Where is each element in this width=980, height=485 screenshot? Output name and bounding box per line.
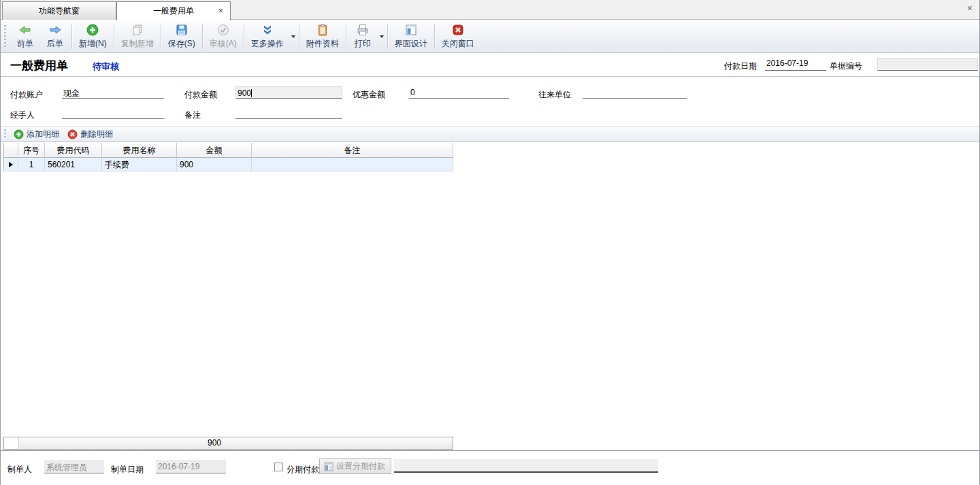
delete-circle-icon bbox=[67, 129, 78, 139]
copy-icon bbox=[131, 23, 144, 37]
detail-grid-area: 序号 费用代码 费用名称 金额 备注 1 560201 手续费 900 900 bbox=[1, 142, 979, 451]
page-title: 一般费用单 bbox=[10, 58, 68, 73]
remark-field[interactable] bbox=[235, 107, 342, 119]
grid-corner-cell bbox=[4, 143, 18, 158]
total-bar-corner bbox=[4, 437, 19, 449]
payment-account-label: 付款账户 bbox=[10, 89, 43, 101]
double-chevron-down-icon bbox=[261, 23, 274, 37]
creator-field: 系统管理员 bbox=[44, 460, 104, 473]
cell-amount[interactable]: 900 bbox=[177, 158, 252, 171]
creator-label: 制单人 bbox=[7, 464, 32, 475]
handler-label: 经手人 bbox=[10, 110, 35, 121]
tab-label: 一般费用单 bbox=[153, 5, 194, 17]
column-header-seq[interactable]: 序号 bbox=[18, 143, 45, 158]
arrow-right-icon bbox=[48, 23, 62, 37]
new-button[interactable]: 新增(N) bbox=[74, 21, 112, 52]
add-circle-icon bbox=[14, 129, 24, 139]
handler-field[interactable] bbox=[62, 107, 164, 119]
set-installment-button[interactable]: 设置分期付款 bbox=[319, 458, 391, 474]
discount-amount-field[interactable]: 0 bbox=[409, 86, 509, 99]
payment-account-field[interactable]: 现金 bbox=[62, 86, 164, 99]
discount-amount-label: 优惠金额 bbox=[353, 89, 385, 101]
payment-date-field[interactable]: 2016-07-19 bbox=[765, 58, 826, 71]
next-doc-button[interactable]: 后单 bbox=[40, 21, 70, 52]
toolbar-separator bbox=[114, 24, 114, 49]
toolbar-separator bbox=[244, 24, 244, 49]
toolbar-separator bbox=[71, 24, 72, 49]
more-actions-button[interactable]: 更多操作 bbox=[246, 21, 289, 52]
add-detail-button[interactable]: 添加明细 bbox=[11, 127, 65, 141]
footer-bar: 制单人 系统管理员 制单日期 2016-07-19 分期付款 设置分期付款 bbox=[1, 451, 979, 485]
design-icon bbox=[404, 23, 418, 37]
toolbar-separator bbox=[299, 24, 299, 49]
installment-label: 分期付款 bbox=[287, 464, 319, 475]
text-cursor bbox=[251, 89, 252, 97]
installment-grid-icon bbox=[324, 462, 333, 471]
tab-label: 功能导航窗 bbox=[39, 5, 80, 17]
detail-grid: 序号 费用代码 费用名称 金额 备注 1 560201 手续费 900 bbox=[3, 143, 453, 171]
audit-button[interactable]: 审核(A) bbox=[204, 21, 242, 52]
main-toolbar: 前单 后单 新增(N) 复制新增 保存(S) bbox=[1, 20, 979, 53]
column-header-name[interactable]: 费用名称 bbox=[102, 143, 177, 158]
cell-seq[interactable]: 1 bbox=[18, 158, 45, 171]
attachments-button[interactable]: 附件资料 bbox=[301, 21, 344, 52]
toolbar-separator bbox=[346, 24, 346, 49]
payment-amount-field[interactable]: 900 bbox=[235, 86, 342, 99]
detail-toolbar-grip[interactable] bbox=[3, 129, 8, 139]
create-date-label: 制单日期 bbox=[111, 464, 144, 475]
grid-header-row: 序号 费用代码 费用名称 金额 备注 bbox=[4, 143, 453, 158]
close-red-icon bbox=[451, 23, 465, 37]
toolbar-separator bbox=[202, 24, 203, 49]
create-date-field: 2016-07-19 bbox=[156, 460, 226, 473]
tab-close-icon[interactable]: × bbox=[218, 6, 223, 15]
audit-check-icon bbox=[216, 23, 230, 37]
printer-icon bbox=[356, 23, 370, 37]
delete-detail-button[interactable]: 删除明细 bbox=[65, 127, 118, 141]
tab-bar: 功能导航窗 一般费用单 × × bbox=[1, 0, 979, 20]
remark-label: 备注 bbox=[184, 110, 201, 121]
toolbar-separator bbox=[434, 24, 435, 49]
more-actions-dropdown-caret[interactable] bbox=[289, 21, 297, 52]
toolbar-separator bbox=[387, 24, 388, 49]
row-header-cell bbox=[4, 158, 18, 171]
arrow-left-icon bbox=[18, 23, 32, 37]
save-icon bbox=[175, 23, 189, 37]
detail-toolbar: 添加明细 删除明细 bbox=[1, 127, 979, 142]
installment-checkbox[interactable] bbox=[274, 463, 283, 471]
toolbar-separator bbox=[161, 24, 161, 49]
clipboard-icon bbox=[316, 23, 329, 37]
prev-doc-button[interactable]: 前单 bbox=[10, 21, 40, 52]
footer-extra-field[interactable] bbox=[394, 459, 658, 473]
window-close-icon[interactable]: × bbox=[967, 3, 973, 14]
ui-design-button[interactable]: 界面设计 bbox=[389, 21, 433, 52]
print-button[interactable]: 打印 bbox=[348, 21, 378, 52]
close-window-button[interactable]: 关闭窗口 bbox=[436, 21, 480, 52]
tab-function-nav[interactable]: 功能导航窗 bbox=[2, 1, 116, 20]
copy-new-button[interactable]: 复制新增 bbox=[116, 21, 159, 52]
column-header-remark[interactable]: 备注 bbox=[252, 143, 453, 158]
cell-name[interactable]: 手续费 bbox=[102, 158, 177, 171]
payment-amount-label: 付款金额 bbox=[184, 89, 217, 101]
row-select-marker-icon bbox=[9, 162, 13, 167]
cell-remark[interactable] bbox=[252, 158, 453, 171]
save-button[interactable]: 保存(S) bbox=[163, 21, 201, 52]
counterparty-label: 往来单位 bbox=[538, 89, 571, 101]
table-row[interactable]: 1 560201 手续费 900 bbox=[4, 158, 453, 171]
doc-number-field[interactable] bbox=[877, 58, 978, 71]
cell-code[interactable]: 560201 bbox=[45, 158, 102, 171]
column-header-code[interactable]: 费用代码 bbox=[45, 143, 102, 158]
print-dropdown-caret[interactable] bbox=[378, 21, 386, 52]
app-window: 功能导航窗 一般费用单 × × 前单 后单 新增(N) bbox=[0, 0, 980, 485]
status-badge: 待审核 bbox=[93, 61, 119, 73]
total-bar: 900 bbox=[3, 437, 453, 450]
total-amount: 900 bbox=[177, 437, 252, 449]
payment-date-label: 付款日期 bbox=[724, 61, 757, 72]
doc-number-label: 单据编号 bbox=[830, 61, 862, 72]
tab-general-expense[interactable]: 一般费用单 × bbox=[116, 1, 231, 20]
document-header: 一般费用单 待审核 付款日期 2016-07-19 单据编号 bbox=[1, 53, 979, 77]
toolbar-grip[interactable] bbox=[3, 25, 9, 48]
counterparty-field[interactable] bbox=[583, 86, 687, 99]
column-header-amount[interactable]: 金额 bbox=[177, 143, 252, 158]
form-area: 付款账户 现金 付款金额 900 优惠金额 0 往来单位 经手人 备注 bbox=[1, 77, 979, 127]
add-icon bbox=[86, 23, 99, 37]
